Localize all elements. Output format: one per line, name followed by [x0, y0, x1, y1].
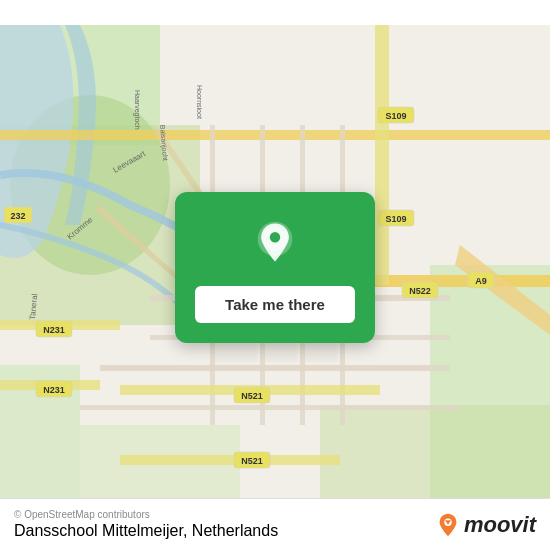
svg-rect-8 [0, 130, 550, 140]
moovit-brand-text: moovit [464, 512, 536, 538]
location-name-container: Dansschool Mittelmeijer, Netherlands [14, 522, 278, 540]
location-info: © OpenStreetMap contributors Dansschool … [14, 509, 278, 540]
svg-rect-21 [120, 455, 340, 465]
svg-rect-29 [305, 340, 337, 362]
svg-text:Hoornsloot: Hoornsloot [196, 85, 203, 119]
svg-text:N231: N231 [43, 325, 65, 335]
svg-text:N231: N231 [43, 385, 65, 395]
location-name: Dansschool Mittelmeijer, [14, 522, 187, 539]
navigation-card: Take me there [175, 192, 375, 343]
svg-text:232: 232 [10, 211, 25, 221]
osm-attribution: © OpenStreetMap contributors [14, 509, 278, 520]
moovit-logo: moovit [437, 512, 536, 538]
svg-text:Haarvegtoch: Haarvegtoch [133, 90, 141, 130]
svg-rect-26 [215, 340, 257, 362]
bottom-bar: © OpenStreetMap contributors Dansschool … [0, 498, 550, 550]
svg-text:N521: N521 [241, 456, 263, 466]
location-pin-icon [249, 220, 301, 272]
svg-rect-10 [375, 25, 389, 185]
svg-text:N521: N521 [241, 391, 263, 401]
svg-rect-14 [100, 365, 450, 371]
map-container: S109 S109 N522 A9 N521 N521 N231 N231 23… [0, 0, 550, 550]
svg-text:S109: S109 [385, 214, 406, 224]
svg-text:S109: S109 [385, 111, 406, 121]
svg-rect-15 [80, 405, 460, 410]
svg-rect-27 [265, 340, 297, 362]
svg-rect-11 [375, 185, 389, 285]
svg-text:N522: N522 [409, 286, 431, 296]
svg-text:A9: A9 [475, 276, 487, 286]
location-country: Netherlands [192, 522, 278, 539]
svg-point-56 [270, 232, 280, 242]
take-me-there-button[interactable]: Take me there [195, 286, 355, 323]
moovit-pin-icon [437, 512, 459, 538]
